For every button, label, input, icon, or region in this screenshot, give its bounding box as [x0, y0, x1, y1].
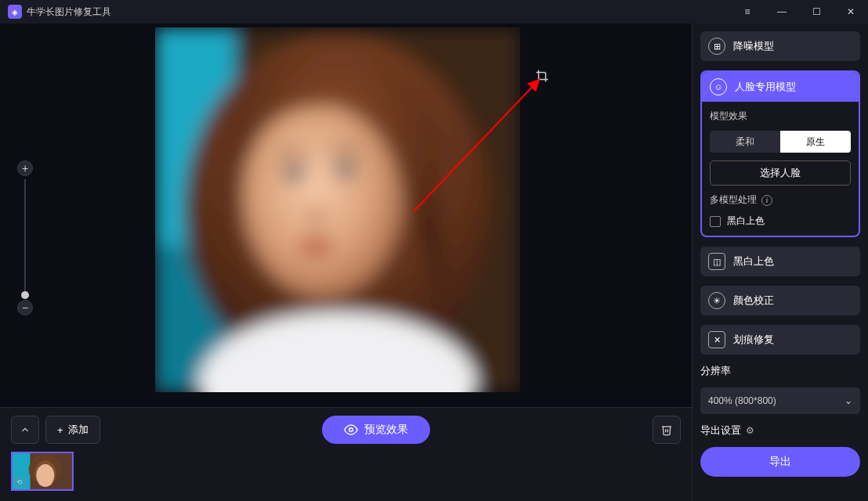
checkbox-icon[interactable] — [710, 216, 721, 227]
scratch-label: 划痕修复 — [733, 333, 774, 347]
svg-point-12 — [349, 428, 353, 432]
effect-soft[interactable]: 柔和 — [710, 131, 780, 153]
zoom-slider[interactable] — [24, 179, 26, 297]
svg-point-8 — [297, 237, 334, 255]
app-logo: ◈ — [8, 5, 22, 19]
crop-icon[interactable] — [535, 69, 549, 86]
delete-button[interactable] — [653, 416, 681, 444]
plus-icon: + — [57, 424, 63, 436]
denoise-icon: ⊞ — [708, 38, 725, 55]
export-title-label: 导出设置 — [700, 424, 741, 438]
svg-point-17 — [36, 464, 54, 487]
thumbnail-strip: ⟲ — [11, 452, 681, 491]
denoise-label: 降噪模型 — [733, 39, 774, 53]
zoom-in-button[interactable]: + — [17, 160, 33, 176]
titlebar: ◈ 牛学长图片修复工具 ≡ — ☐ ✕ — [0, 0, 868, 23]
bw-label: 黑白上色 — [733, 254, 774, 269]
thumbnail[interactable]: ⟲ — [11, 452, 74, 491]
bw-checkbox-row[interactable]: 黑白上色 — [710, 214, 851, 228]
minimize-button[interactable]: — — [765, 0, 799, 23]
add-button[interactable]: + 添加 — [45, 416, 100, 444]
export-button[interactable]: 导出 — [700, 447, 860, 477]
bottom-controls: + 添加 预览效果 — [11, 416, 681, 444]
multi-model-row: 多模型处理 i — [710, 193, 851, 207]
face-label: 人脸专用模型 — [735, 80, 796, 94]
effect-raw[interactable]: 原生 — [780, 131, 851, 153]
face-model-body: 模型效果 柔和 原生 选择人脸 多模型处理 i 黑白上色 — [702, 102, 859, 236]
image-preview — [155, 27, 520, 392]
preview-label: 预览效果 — [364, 423, 408, 437]
resolution-dropdown[interactable]: 400% (800*800) ⌄ — [700, 387, 860, 414]
preview-button[interactable]: 预览效果 — [322, 416, 430, 444]
scratch-icon: ✕ — [708, 331, 725, 348]
zoom-thumb[interactable] — [21, 291, 29, 299]
bottom-bar: + 添加 预览效果 — [0, 407, 692, 501]
collapse-button[interactable] — [11, 416, 39, 444]
export-settings-title: 导出设置 ⚙ — [700, 424, 860, 438]
sun-icon: ☀ — [708, 292, 725, 309]
svg-point-7 — [308, 206, 323, 228]
side-panel: ⊞ 降噪模型 ☺ 人脸专用模型 模型效果 柔和 原生 选择人脸 多模型处理 i — [692, 23, 868, 501]
main-area: + − — [0, 23, 868, 501]
colorize-icon: ◫ — [708, 253, 725, 270]
resolution-value: 400% (800*800) — [708, 395, 776, 406]
color-label: 颜色校正 — [733, 294, 774, 308]
resolution-title: 分辨率 — [700, 364, 860, 378]
trash-icon — [660, 424, 673, 436]
color-correct-model[interactable]: ☀ 颜色校正 — [700, 286, 860, 315]
gear-icon[interactable]: ⚙ — [746, 425, 754, 436]
titlebar-left: ◈ 牛学长图片修复工具 — [8, 5, 111, 19]
select-face-button[interactable]: 选择人脸 — [710, 160, 851, 186]
svg-point-5 — [283, 166, 305, 181]
canvas-area: + − — [0, 23, 692, 501]
bw-colorize-model[interactable]: ◫ 黑白上色 — [700, 247, 860, 276]
effect-toggle: 柔和 原生 — [710, 131, 851, 153]
multi-label: 多模型处理 — [710, 193, 757, 207]
add-label: 添加 — [68, 423, 89, 437]
bw-check-label: 黑白上色 — [727, 214, 765, 228]
info-icon[interactable]: i — [761, 195, 772, 206]
face-model-panel: ☺ 人脸专用模型 模型效果 柔和 原生 选择人脸 多模型处理 i 黑白上色 — [700, 70, 860, 237]
bottom-left: + 添加 — [11, 416, 100, 444]
canvas-main: + − — [0, 23, 692, 407]
thumb-status-icon: ⟲ — [14, 477, 25, 488]
scratch-repair-model[interactable]: ✕ 划痕修复 — [700, 325, 860, 355]
maximize-button[interactable]: ☐ — [799, 0, 834, 23]
window-controls: ≡ — ☐ ✕ — [730, 0, 868, 23]
close-button[interactable]: ✕ — [834, 0, 868, 23]
face-model-header[interactable]: ☺ 人脸专用模型 — [702, 72, 859, 102]
effect-label: 模型效果 — [710, 110, 851, 123]
eye-icon — [344, 423, 358, 437]
menu-button[interactable]: ≡ — [730, 0, 765, 23]
zoom-controls: + − — [17, 160, 33, 315]
face-icon: ☺ — [710, 78, 727, 96]
zoom-out-button[interactable]: − — [17, 300, 33, 315]
chevron-down-icon: ⌄ — [844, 395, 852, 406]
app-title: 牛学长图片修复工具 — [27, 5, 111, 19]
denoise-model[interactable]: ⊞ 降噪模型 — [700, 31, 860, 61]
svg-point-6 — [334, 162, 356, 177]
